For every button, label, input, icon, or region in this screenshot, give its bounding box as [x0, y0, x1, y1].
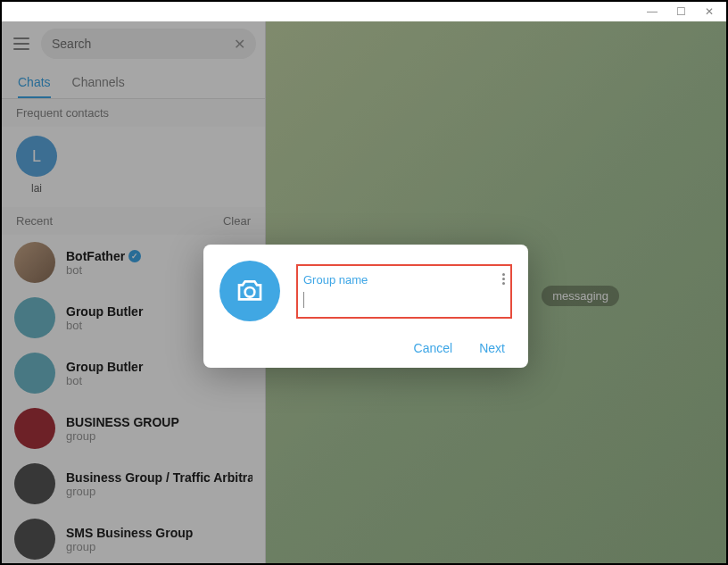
camera-icon [236, 277, 264, 305]
cancel-button[interactable]: Cancel [414, 341, 453, 355]
group-name-field[interactable]: Group name [296, 264, 512, 319]
minimize-button[interactable]: — [646, 5, 658, 18]
close-button[interactable]: ✕ [703, 5, 716, 18]
app-window: — ☐ ✕ ✕ Chats Channels Frequent contacts… [2, 2, 726, 563]
group-name-label: Group name [303, 273, 505, 287]
more-icon[interactable] [502, 273, 505, 285]
new-group-dialog: Group name Cancel Next [203, 245, 528, 368]
maximize-button[interactable]: ☐ [674, 5, 687, 18]
next-button[interactable]: Next [479, 341, 505, 355]
svg-point-0 [245, 287, 255, 297]
group-photo-button[interactable] [219, 261, 280, 321]
main-area: ✕ Chats Channels Frequent contacts Llai … [2, 21, 726, 563]
titlebar: — ☐ ✕ [2, 2, 726, 21]
group-name-input[interactable] [303, 292, 505, 308]
